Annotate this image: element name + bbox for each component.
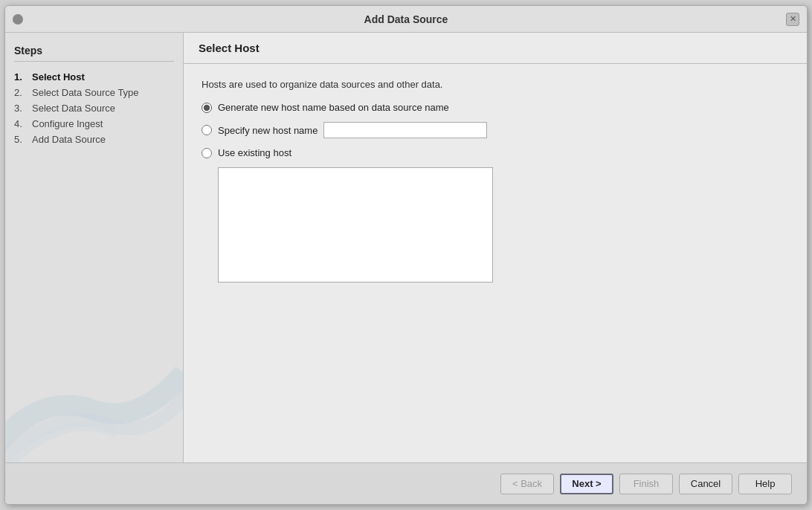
specify-host-label[interactable]: Specify new host name [218, 125, 318, 136]
host-list-box[interactable] [218, 167, 493, 283]
sidebar: Steps 1. Select Host 2. Select Data Sour… [5, 33, 184, 462]
step-label-4: Configure Ingest [32, 118, 103, 129]
step-label-1: Select Host [32, 71, 85, 83]
use-existing-host-label[interactable]: Use existing host [218, 147, 291, 158]
step-item-2: 2. Select Data Source Type [14, 85, 174, 100]
description-text: Hosts are used to organize data sources … [202, 79, 789, 90]
specify-host-radio[interactable] [202, 125, 212, 135]
close-button[interactable]: ✕ [786, 13, 799, 26]
finish-button[interactable]: Finish [619, 474, 673, 494]
step-item-1: 1. Select Host [14, 69, 174, 85]
option-existing-row: Use existing host [202, 147, 789, 158]
step-number-2: 2. [14, 87, 28, 98]
option-generate-row: Generate new host name based on data sou… [202, 102, 789, 113]
specify-host-input[interactable] [323, 122, 487, 138]
step-item-4: 4. Configure Ingest [14, 116, 174, 132]
section-title: Select Host [184, 33, 807, 64]
option-specify-row: Specify new host name [202, 122, 789, 138]
step-number-1: 1. [14, 71, 28, 83]
dialog-title: Add Data Source [364, 13, 448, 25]
add-data-source-dialog: Add Data Source ✕ Steps 1. Select Host 2… [4, 5, 808, 505]
step-item-3: 3. Select Data Source [14, 100, 174, 116]
window-dot [13, 14, 23, 25]
step-label-2: Select Data Source Type [32, 87, 139, 98]
step-list: 1. Select Host 2. Select Data Source Typ… [14, 69, 174, 147]
next-button[interactable]: Next > [560, 474, 613, 494]
help-button[interactable]: Help [738, 474, 792, 494]
footer: < Back Next > Finish Cancel Help [5, 462, 807, 504]
step-item-5: 5. Add Data Source [14, 132, 174, 147]
title-bar: Add Data Source ✕ [5, 6, 807, 33]
main-content-area: Select Host Hosts are used to organize d… [184, 33, 807, 462]
generate-host-label[interactable]: Generate new host name based on data sou… [218, 102, 449, 113]
step-number-4: 4. [14, 118, 28, 129]
step-number-5: 5. [14, 134, 28, 145]
dialog-body: Steps 1. Select Host 2. Select Data Sour… [5, 33, 807, 462]
sidebar-watermark [5, 343, 184, 462]
back-button[interactable]: < Back [500, 474, 554, 494]
generate-host-radio[interactable] [202, 103, 212, 113]
main-content: Hosts are used to organize data sources … [184, 64, 807, 462]
step-number-3: 3. [14, 103, 28, 114]
use-existing-host-radio[interactable] [202, 148, 212, 158]
steps-title: Steps [14, 45, 174, 62]
cancel-button[interactable]: Cancel [679, 474, 732, 494]
step-label-5: Add Data Source [32, 134, 106, 145]
step-label-3: Select Data Source [32, 103, 115, 114]
